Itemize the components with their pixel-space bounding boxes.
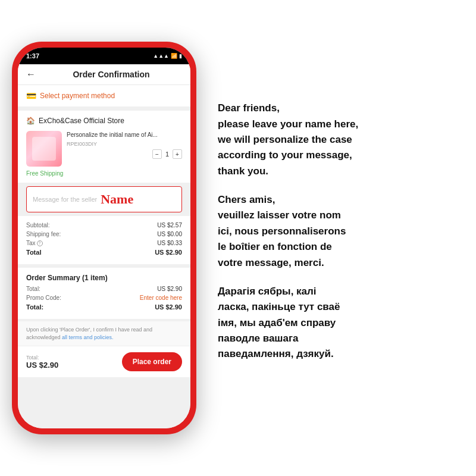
terms-link[interactable]: all terms and policies. — [62, 334, 114, 340]
place-order-button[interactable]: Place order — [122, 352, 182, 371]
bottom-total-label: Total: — [26, 355, 58, 361]
subtotal-value: US $2.57 — [157, 222, 182, 228]
summary-total-label: Total: — [26, 286, 40, 292]
total-label: Total — [26, 249, 41, 256]
app-header: ← Order Confirmation — [18, 64, 190, 85]
back-button[interactable]: ← — [26, 69, 36, 80]
notch-island — [71, 48, 137, 61]
shipping-badge: Free Shipping — [26, 170, 182, 177]
battery-icon: ▮ — [179, 53, 182, 59]
product-qty-row: − 1 + — [67, 149, 182, 159]
store-icon: 🏠 — [26, 117, 35, 125]
terms-section: Upon clicking 'Place Order', I confirm I… — [18, 321, 190, 346]
subtotal-row: Subtotal: US $2.57 — [26, 222, 182, 228]
message-seller-box[interactable]: Message for the seller Name — [26, 186, 182, 212]
terms-text: Upon clicking 'Place Order', I confirm I… — [26, 326, 182, 341]
bottom-total-value: US $2.90 — [26, 361, 58, 369]
promo-row: Promo Code: Enter code here — [26, 295, 182, 301]
signal-icon: ▲▲▲ — [153, 53, 169, 59]
status-bar: 1:37 ▲▲▲ 📶 ▮ — [18, 48, 190, 64]
french-text: Chers amis,veuillez laisser votre nomici… — [218, 192, 455, 271]
english-text-block: Dear friends,please leave your name here… — [218, 101, 455, 179]
promo-code-link[interactable]: Enter code here — [140, 295, 182, 301]
promo-label: Promo Code: — [26, 295, 61, 301]
summary-total-row: Total: US $2.90 — [26, 286, 182, 292]
payment-label: Select payment method — [40, 92, 115, 100]
shipping-fee-label: Shipping fee: — [26, 231, 61, 237]
wifi-icon: 📶 — [171, 53, 177, 59]
product-name: Personalize the initial name of Ai... — [67, 131, 182, 139]
shipping-fee-value: US $0.00 — [157, 231, 182, 237]
phone-inner: 1:37 ▲▲▲ 📶 ▮ ← Order Confirmation 💳 Sele… — [18, 48, 190, 428]
bottom-total: Total: US $2.90 — [26, 355, 58, 369]
subtotal-label: Subtotal: — [26, 222, 49, 228]
product-image — [26, 131, 62, 167]
store-header: 🏠 ExCho&Case Official Store — [26, 117, 182, 125]
belarusian-text-block: Дарагія сябры, каліласка, пакіньце тут с… — [218, 284, 455, 362]
payment-icon: 💳 — [26, 91, 36, 101]
product-sku: RPEI003DIY — [67, 141, 182, 147]
shipping-row: Shipping fee: US $0.00 — [26, 231, 182, 237]
store-section: 🏠 ExCho&Case Official Store Personalize … — [18, 111, 190, 183]
phone-screen[interactable]: ← Order Confirmation 💳 Select payment me… — [18, 64, 190, 428]
order-summary-title: Order Summary (1 item) — [26, 274, 182, 282]
text-panel: Dear friends,please leave your name here… — [208, 95, 464, 381]
tax-value: US $0.33 — [157, 240, 182, 246]
message-name-highlight: Name — [101, 192, 133, 207]
belarusian-text: Дарагія сябры, каліласка, пакіньце тут с… — [218, 284, 455, 362]
status-icons: ▲▲▲ 📶 ▮ — [153, 53, 182, 59]
page-title: Order Confirmation — [40, 70, 182, 79]
summary-final-row: Total: US $2.90 — [26, 303, 182, 311]
status-time: 1:37 — [26, 52, 39, 60]
total-value: US $2.90 — [155, 249, 182, 256]
tax-row: Tax ? US $0.33 — [26, 240, 182, 246]
french-text-block: Chers amis,veuillez laisser votre nomici… — [218, 192, 455, 271]
qty-decrease-button[interactable]: − — [152, 149, 162, 159]
total-row: Total US $2.90 — [26, 249, 182, 256]
summary-final-label: Total: — [26, 303, 43, 311]
product-details: Personalize the initial name of Ai... RP… — [67, 131, 182, 159]
store-name: ExCho&Case Official Store — [39, 117, 124, 125]
english-text: Dear friends,please leave your name here… — [218, 101, 455, 179]
summary-final-value: US $2.90 — [155, 303, 182, 311]
bottom-bar: Total: US $2.90 Place order — [18, 346, 190, 377]
order-summary-section: Order Summary (1 item) Total: US $2.90 P… — [18, 268, 190, 319]
qty-value: 1 — [165, 151, 169, 158]
payment-section[interactable]: 💳 Select payment method — [18, 85, 190, 107]
tax-info-icon[interactable]: ? — [37, 240, 43, 246]
pricing-section: Subtotal: US $2.57 Shipping fee: US $0.0… — [18, 216, 190, 264]
product-row: Personalize the initial name of Ai... RP… — [26, 131, 182, 167]
product-image-inner — [32, 137, 56, 161]
page-container: 1:37 ▲▲▲ 📶 ▮ ← Order Confirmation 💳 Sele… — [0, 0, 476, 476]
message-placeholder: Message for the seller — [33, 196, 97, 203]
phone-mockup: 1:37 ▲▲▲ 📶 ▮ ← Order Confirmation 💳 Sele… — [12, 42, 196, 434]
summary-total-value: US $2.90 — [157, 286, 182, 292]
tax-label: Tax ? — [26, 240, 43, 246]
qty-increase-button[interactable]: + — [173, 149, 182, 159]
